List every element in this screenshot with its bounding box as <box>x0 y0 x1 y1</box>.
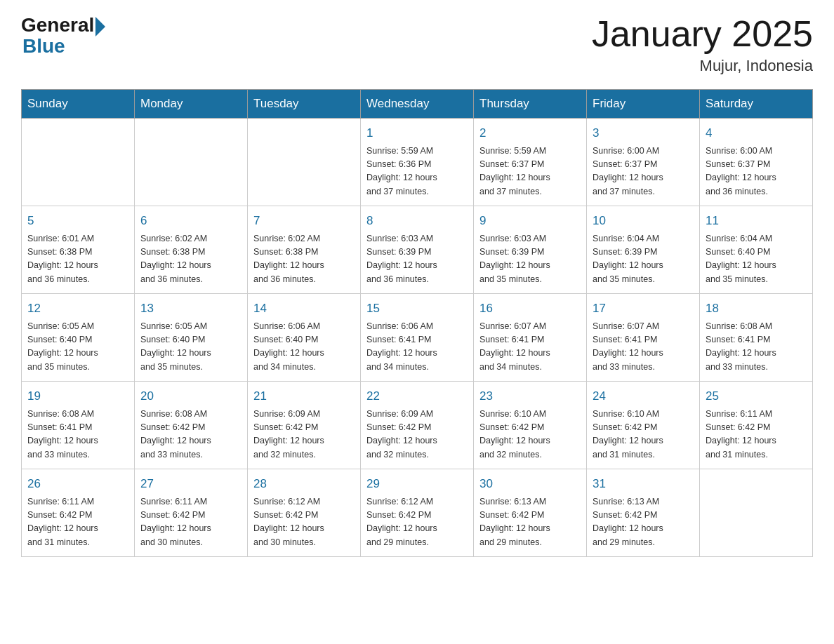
calendar-day-header: Sunday <box>22 90 135 119</box>
day-info: Sunrise: 6:09 AMSunset: 6:42 PMDaylight:… <box>366 409 437 459</box>
calendar-cell: 17Sunrise: 6:07 AMSunset: 6:41 PMDayligh… <box>587 294 700 382</box>
day-number: 13 <box>140 300 241 318</box>
page-header: General Blue January 2025 Mujur, Indones… <box>21 14 813 75</box>
day-info: Sunrise: 6:02 AMSunset: 6:38 PMDaylight:… <box>253 234 324 284</box>
day-number: 30 <box>479 475 581 493</box>
title-area: January 2025 Mujur, Indonesia <box>592 14 813 75</box>
logo: General Blue <box>21 14 105 56</box>
calendar-cell: 12Sunrise: 6:05 AMSunset: 6:40 PMDayligh… <box>22 294 135 382</box>
day-info: Sunrise: 6:06 AMSunset: 6:40 PMDaylight:… <box>253 321 324 372</box>
day-number: 18 <box>706 300 807 318</box>
day-number: 7 <box>253 212 355 230</box>
calendar-day-header: Tuesday <box>248 90 361 119</box>
day-number: 27 <box>140 475 241 493</box>
calendar-day-header: Thursday <box>474 90 587 119</box>
day-info: Sunrise: 6:10 AMSunset: 6:42 PMDaylight:… <box>479 409 550 459</box>
day-number: 2 <box>479 124 581 142</box>
calendar-cell: 26Sunrise: 6:11 AMSunset: 6:42 PMDayligh… <box>22 469 135 557</box>
day-info: Sunrise: 6:02 AMSunset: 6:38 PMDaylight:… <box>140 234 211 284</box>
day-number: 11 <box>706 212 807 230</box>
day-info: Sunrise: 6:12 AMSunset: 6:42 PMDaylight:… <box>253 497 324 547</box>
calendar-day-header: Friday <box>587 90 700 119</box>
calendar-cell: 27Sunrise: 6:11 AMSunset: 6:42 PMDayligh… <box>135 469 248 557</box>
calendar-cell: 8Sunrise: 6:03 AMSunset: 6:39 PMDaylight… <box>361 206 474 294</box>
day-info: Sunrise: 6:05 AMSunset: 6:40 PMDaylight:… <box>27 321 98 372</box>
day-number: 4 <box>706 124 807 142</box>
day-info: Sunrise: 6:04 AMSunset: 6:40 PMDaylight:… <box>706 234 776 284</box>
day-info: Sunrise: 6:09 AMSunset: 6:42 PMDaylight:… <box>253 409 324 459</box>
calendar-cell: 28Sunrise: 6:12 AMSunset: 6:42 PMDayligh… <box>248 469 361 557</box>
calendar-cell: 16Sunrise: 6:07 AMSunset: 6:41 PMDayligh… <box>474 294 587 382</box>
calendar-cell: 9Sunrise: 6:03 AMSunset: 6:39 PMDaylight… <box>474 206 587 294</box>
day-info: Sunrise: 6:03 AMSunset: 6:39 PMDaylight:… <box>479 234 550 284</box>
calendar-cell: 5Sunrise: 6:01 AMSunset: 6:38 PMDaylight… <box>22 206 135 294</box>
day-info: Sunrise: 6:08 AMSunset: 6:41 PMDaylight:… <box>27 409 98 459</box>
calendar-cell: 21Sunrise: 6:09 AMSunset: 6:42 PMDayligh… <box>248 382 361 469</box>
day-info: Sunrise: 6:13 AMSunset: 6:42 PMDaylight:… <box>593 497 663 547</box>
day-info: Sunrise: 6:01 AMSunset: 6:38 PMDaylight:… <box>27 234 98 284</box>
calendar-cell <box>248 119 361 206</box>
day-info: Sunrise: 6:11 AMSunset: 6:42 PMDaylight:… <box>27 497 98 547</box>
calendar-week-row: 12Sunrise: 6:05 AMSunset: 6:40 PMDayligh… <box>22 294 813 382</box>
calendar-cell: 13Sunrise: 6:05 AMSunset: 6:40 PMDayligh… <box>135 294 248 382</box>
calendar-cell: 6Sunrise: 6:02 AMSunset: 6:38 PMDaylight… <box>135 206 248 294</box>
day-number: 19 <box>27 387 128 405</box>
calendar-cell: 19Sunrise: 6:08 AMSunset: 6:41 PMDayligh… <box>22 382 135 469</box>
calendar-cell: 30Sunrise: 6:13 AMSunset: 6:42 PMDayligh… <box>474 469 587 557</box>
day-number: 16 <box>479 300 581 318</box>
day-number: 20 <box>140 387 241 405</box>
day-info: Sunrise: 6:03 AMSunset: 6:39 PMDaylight:… <box>366 234 437 284</box>
calendar-cell: 18Sunrise: 6:08 AMSunset: 6:41 PMDayligh… <box>700 294 813 382</box>
calendar-day-header: Saturday <box>700 90 813 119</box>
calendar-week-row: 1Sunrise: 5:59 AMSunset: 6:36 PMDaylight… <box>22 119 813 206</box>
day-number: 31 <box>593 475 694 493</box>
calendar-cell: 2Sunrise: 5:59 AMSunset: 6:37 PMDaylight… <box>474 119 587 206</box>
day-info: Sunrise: 6:10 AMSunset: 6:42 PMDaylight:… <box>593 409 663 459</box>
day-info: Sunrise: 6:08 AMSunset: 6:42 PMDaylight:… <box>140 409 211 459</box>
day-info: Sunrise: 6:07 AMSunset: 6:41 PMDaylight:… <box>593 321 663 372</box>
day-number: 1 <box>366 124 468 142</box>
logo-blue-text: Blue <box>22 36 65 56</box>
calendar-week-row: 19Sunrise: 6:08 AMSunset: 6:41 PMDayligh… <box>22 382 813 469</box>
day-info: Sunrise: 6:04 AMSunset: 6:39 PMDaylight:… <box>593 234 663 284</box>
day-number: 5 <box>27 212 128 230</box>
logo-general-text: General <box>21 14 94 36</box>
calendar-header-row: SundayMondayTuesdayWednesdayThursdayFrid… <box>22 90 813 119</box>
day-number: 25 <box>706 387 807 405</box>
day-number: 22 <box>366 387 468 405</box>
day-number: 23 <box>479 387 581 405</box>
day-number: 29 <box>366 475 468 493</box>
day-info: Sunrise: 5:59 AMSunset: 6:36 PMDaylight:… <box>366 146 437 196</box>
calendar-cell: 10Sunrise: 6:04 AMSunset: 6:39 PMDayligh… <box>587 206 700 294</box>
calendar-cell: 25Sunrise: 6:11 AMSunset: 6:42 PMDayligh… <box>700 382 813 469</box>
day-info: Sunrise: 6:07 AMSunset: 6:41 PMDaylight:… <box>479 321 550 372</box>
calendar-day-header: Monday <box>135 90 248 119</box>
calendar-cell: 29Sunrise: 6:12 AMSunset: 6:42 PMDayligh… <box>361 469 474 557</box>
month-title: January 2025 <box>592 14 813 54</box>
calendar-cell: 20Sunrise: 6:08 AMSunset: 6:42 PMDayligh… <box>135 382 248 469</box>
day-info: Sunrise: 6:13 AMSunset: 6:42 PMDaylight:… <box>479 497 550 547</box>
day-number: 17 <box>593 300 694 318</box>
calendar-table: SundayMondayTuesdayWednesdayThursdayFrid… <box>21 89 813 557</box>
day-number: 6 <box>140 212 241 230</box>
calendar-cell <box>700 469 813 557</box>
day-number: 14 <box>253 300 355 318</box>
day-number: 12 <box>27 300 128 318</box>
day-number: 28 <box>253 475 355 493</box>
calendar-cell: 31Sunrise: 6:13 AMSunset: 6:42 PMDayligh… <box>587 469 700 557</box>
day-info: Sunrise: 6:06 AMSunset: 6:41 PMDaylight:… <box>366 321 437 372</box>
day-number: 8 <box>366 212 468 230</box>
day-info: Sunrise: 6:00 AMSunset: 6:37 PMDaylight:… <box>593 146 663 196</box>
calendar-cell <box>22 119 135 206</box>
calendar-cell <box>135 119 248 206</box>
location-label: Mujur, Indonesia <box>592 57 813 75</box>
day-number: 3 <box>593 124 694 142</box>
day-number: 24 <box>593 387 694 405</box>
calendar-cell: 22Sunrise: 6:09 AMSunset: 6:42 PMDayligh… <box>361 382 474 469</box>
logo-arrow-icon <box>95 17 105 36</box>
day-info: Sunrise: 6:12 AMSunset: 6:42 PMDaylight:… <box>366 497 437 547</box>
calendar-cell: 4Sunrise: 6:00 AMSunset: 6:37 PMDaylight… <box>700 119 813 206</box>
day-number: 9 <box>479 212 581 230</box>
calendar-cell: 11Sunrise: 6:04 AMSunset: 6:40 PMDayligh… <box>700 206 813 294</box>
calendar-cell: 15Sunrise: 6:06 AMSunset: 6:41 PMDayligh… <box>361 294 474 382</box>
